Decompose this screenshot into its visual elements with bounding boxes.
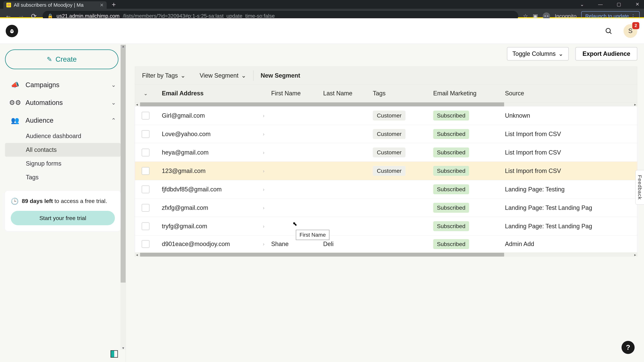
- cell-email[interactable]: 123@gmail.com›: [156, 167, 271, 174]
- chevron-right-icon[interactable]: ›: [263, 113, 264, 118]
- nav-audience-dashboard[interactable]: Audience dashboard: [5, 129, 120, 143]
- chevron-right-icon[interactable]: ›: [263, 150, 264, 155]
- col-email[interactable]: Email Address: [156, 90, 271, 97]
- mailchimp-logo[interactable]: [6, 25, 18, 37]
- trial-days: 89 days left: [22, 198, 53, 204]
- row-checkbox-cell: [135, 167, 156, 175]
- row-checkbox-cell: [135, 130, 156, 138]
- chevron-right-icon[interactable]: ›: [263, 168, 264, 174]
- horizontal-scrollbar-bottom[interactable]: ◂ ▸: [135, 253, 637, 257]
- automations-icon: ⚙⚙: [10, 99, 20, 106]
- scroll-left-icon[interactable]: ◂: [136, 253, 138, 257]
- scroll-left-icon[interactable]: ◂: [136, 102, 138, 107]
- scroll-right-icon[interactable]: ▸: [634, 253, 636, 257]
- table-row[interactable]: Girl@gmail.com›CustomerSubscribedUnknown: [135, 106, 637, 125]
- table-row[interactable]: zfxfg@gmail.com›SubscribedLanding Page: …: [135, 199, 637, 217]
- toggle-columns-button[interactable]: Toggle Columns ⌄: [507, 47, 569, 60]
- nav-campaigns[interactable]: 📣 Campaigns ⌄: [5, 76, 120, 94]
- chevron-right-icon[interactable]: ›: [263, 241, 264, 247]
- scroll-right-icon[interactable]: ▸: [634, 102, 636, 107]
- tag-badge[interactable]: Customer: [373, 111, 406, 120]
- export-audience-button[interactable]: Export Audience: [576, 47, 637, 60]
- col-email-marketing[interactable]: Email Marketing: [433, 90, 505, 97]
- table-row[interactable]: Love@yahoo.com›CustomerSubscribedList Im…: [135, 125, 637, 143]
- view-segment[interactable]: View Segment ⌄: [192, 67, 253, 84]
- cell-email[interactable]: Love@yahoo.com›: [156, 131, 271, 138]
- table-row[interactable]: d901eace@moodjoy.com›ShaneDeliSubscribed…: [135, 236, 637, 253]
- row-checkbox[interactable]: [142, 204, 150, 212]
- table-row[interactable]: fjfdbdvf85@gmail.com›SubscribedLanding P…: [135, 180, 637, 199]
- row-checkbox[interactable]: [142, 240, 150, 248]
- start-trial-button[interactable]: Start your free trial: [11, 211, 115, 225]
- relaunch-label: Relaunch to update: [585, 13, 629, 19]
- cell-email[interactable]: zfxfg@gmail.com›: [156, 204, 271, 211]
- extension-icon[interactable]: [110, 350, 118, 358]
- nav-signup-forms[interactable]: Signup forms: [5, 157, 120, 170]
- cell-first-name: Shane: [271, 241, 323, 248]
- cell-source: Landing Page: Testing: [505, 186, 637, 193]
- select-all-toggle[interactable]: ⌄: [135, 90, 156, 96]
- window-close-icon[interactable]: ✕: [634, 1, 641, 7]
- scroll-up-icon[interactable]: ▴: [120, 44, 126, 48]
- horizontal-scrollbar-top[interactable]: ◂ ▸: [135, 102, 637, 106]
- nav-tags[interactable]: Tags: [5, 170, 120, 184]
- chevron-down-icon: ⌄: [558, 50, 563, 57]
- nav-label: Automations: [26, 99, 63, 106]
- row-checkbox-cell: [135, 186, 156, 193]
- cell-email[interactable]: Girl@gmail.com›: [156, 112, 271, 119]
- email-text: 123@gmail.com: [162, 167, 206, 174]
- filter-by-tags[interactable]: Filter by Tags ⌄: [135, 67, 192, 84]
- chevron-right-icon[interactable]: ›: [263, 187, 264, 192]
- window-minimize-icon[interactable]: —: [597, 2, 604, 7]
- scroll-thumb[interactable]: [120, 45, 126, 283]
- search-icon[interactable]: [602, 24, 616, 38]
- help-button[interactable]: ?: [622, 341, 634, 354]
- tab-title: All subscribers of Moodjoy | Ma: [14, 2, 84, 8]
- tag-badge[interactable]: Customer: [373, 166, 406, 176]
- tag-badge[interactable]: Customer: [373, 129, 406, 139]
- browser-tab[interactable]: 🐵 All subscribers of Moodjoy | Ma ✕: [3, 1, 107, 9]
- table-row[interactable]: tryfg@gmail.com›SubscribedLanding Page: …: [135, 217, 637, 236]
- table-header: ⌄ Email Address First Name Last Name Tag…: [135, 84, 637, 102]
- scroll-thumb[interactable]: [140, 253, 504, 257]
- sidebar-scrollbar[interactable]: ▴ ▾: [120, 45, 126, 350]
- row-checkbox-cell: [135, 149, 156, 156]
- nav-automations[interactable]: ⚙⚙ Automations ⌄: [5, 94, 120, 111]
- create-button[interactable]: ✎ Create: [5, 49, 118, 69]
- col-last-name[interactable]: Last Name: [323, 90, 373, 97]
- tab-favicon: 🐵: [6, 3, 11, 7]
- tab-close-icon[interactable]: ✕: [100, 2, 104, 8]
- window-maximize-icon[interactable]: ▢: [616, 1, 622, 7]
- chevron-up-icon: ⌃: [111, 117, 116, 124]
- row-checkbox[interactable]: [142, 186, 150, 193]
- status-badge: Subscribed: [433, 111, 469, 120]
- row-checkbox[interactable]: [142, 112, 150, 119]
- cell-email[interactable]: tryfg@gmail.com›: [156, 223, 271, 230]
- col-tags[interactable]: Tags: [373, 90, 433, 97]
- cell-email[interactable]: fjfdbdvf85@gmail.com›: [156, 186, 271, 193]
- col-first-name[interactable]: First Name: [271, 90, 323, 97]
- new-tab-button[interactable]: +: [112, 1, 116, 9]
- chevron-right-icon[interactable]: ›: [263, 205, 264, 211]
- row-checkbox[interactable]: [142, 222, 150, 230]
- tabs-dropdown-icon[interactable]: ⌄: [578, 1, 585, 7]
- new-segment-button[interactable]: New Segment: [254, 67, 307, 84]
- nav-audience[interactable]: 👥 Audience ⌃: [5, 111, 120, 129]
- feedback-tab[interactable]: Feedback: [636, 170, 644, 205]
- chevron-right-icon[interactable]: ›: [263, 223, 264, 229]
- row-checkbox[interactable]: [142, 167, 150, 175]
- scroll-down-icon[interactable]: ▾: [120, 346, 126, 350]
- row-checkbox[interactable]: [142, 130, 150, 138]
- col-source[interactable]: Source: [505, 90, 637, 97]
- nav-all-contacts[interactable]: All contacts: [5, 143, 120, 157]
- table-row[interactable]: 123@gmail.com›CustomerSubscribedList Imp…: [135, 162, 637, 180]
- table-row[interactable]: heya@gmail.com›CustomerSubscribedList Im…: [135, 143, 637, 162]
- row-checkbox[interactable]: [142, 149, 150, 156]
- nav-label: Audience: [26, 117, 54, 124]
- scroll-thumb[interactable]: [140, 102, 504, 106]
- tag-badge[interactable]: Customer: [373, 147, 406, 157]
- cell-email[interactable]: d901eace@moodjoy.com›: [156, 241, 271, 248]
- chevron-right-icon[interactable]: ›: [263, 131, 264, 137]
- cell-email[interactable]: heya@gmail.com›: [156, 149, 271, 156]
- user-avatar[interactable]: S 2: [624, 24, 637, 38]
